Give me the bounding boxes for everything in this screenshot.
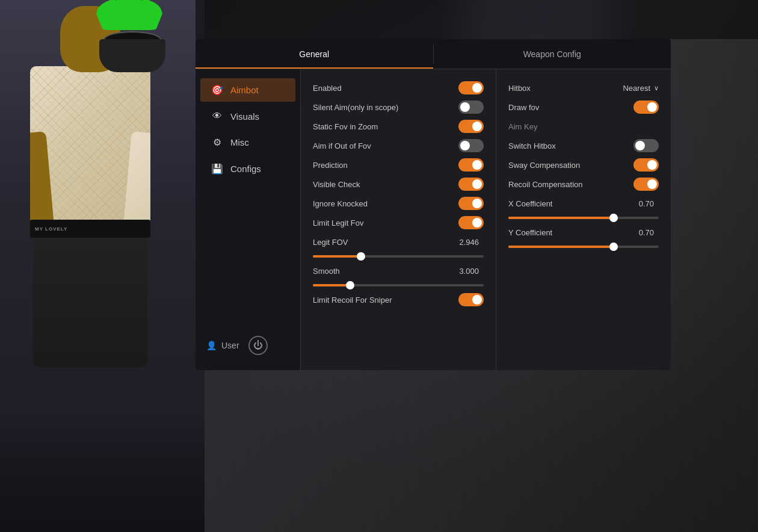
legit-fov-slider-track[interactable]	[313, 255, 484, 258]
user-icon: 👤	[206, 341, 217, 350]
x-coefficient-slider-container	[508, 213, 659, 223]
setting-visible-check-label: Visible Check	[313, 180, 360, 189]
legit-fov-slider-fill	[313, 255, 361, 258]
setting-silent-aim-label: Silent Aim(only in scope)	[313, 103, 398, 112]
sidebar: 🎯 Aimbot 👁 Visuals ⚙ Misc 💾 Configs	[196, 69, 301, 370]
setting-draw-fov: Draw fov	[508, 97, 659, 117]
setting-hitbox-label: Hitbox	[508, 84, 531, 93]
setting-prediction-label: Prediction	[313, 161, 348, 170]
tab-general[interactable]: General	[196, 39, 433, 69]
smooth-slider-track[interactable]	[313, 284, 484, 286]
toggle-draw-fov[interactable]	[633, 101, 659, 114]
setting-switch-hitbox: Switch Hitbox	[508, 136, 659, 155]
setting-hitbox: Hitbox Nearest ∨	[508, 78, 659, 97]
right-panel: Enabled Silent Aim(only in scope) Static…	[301, 69, 671, 370]
toggle-static-fov[interactable]	[458, 120, 484, 133]
setting-limit-recoil-sniper-label: Limit Recoil For Sniper	[313, 295, 392, 305]
hitbox-dropdown-arrow: ∨	[654, 84, 659, 92]
setting-visible-check: Visible Check	[313, 175, 484, 194]
setting-legit-fov-value: 2.946	[459, 238, 479, 247]
setting-aim-out-fov: Aim if Out of Fov	[313, 136, 484, 155]
y-coefficient-slider-thumb[interactable]	[609, 243, 618, 251]
hitbox-dropdown[interactable]: Nearest ∨	[623, 84, 659, 93]
toggle-prediction-knob	[472, 160, 482, 170]
toggle-limit-recoil-sniper[interactable]	[458, 293, 484, 306]
toggle-limit-recoil-sniper-knob	[472, 295, 482, 305]
user-label: User	[221, 341, 239, 350]
sidebar-item-configs[interactable]: 💾 Configs	[200, 157, 295, 181]
character-area: MY LOVELY	[0, 0, 205, 532]
setting-recoil-compensation-label: Recoil Compensation	[508, 180, 583, 189]
char-pants	[33, 235, 147, 367]
sidebar-item-misc[interactable]: ⚙ Misc	[200, 131, 295, 154]
sidebar-item-visuals[interactable]: 👁 Visuals	[200, 105, 295, 128]
setting-aim-key-label: Aim Key	[508, 122, 537, 131]
toggle-ignore-knocked[interactable]	[458, 197, 484, 210]
char-belt: MY LOVELY	[30, 220, 150, 238]
setting-switch-hitbox-label: Switch Hitbox	[508, 141, 556, 150]
toggle-visible-check[interactable]	[458, 178, 484, 191]
power-button[interactable]: ⏻	[248, 336, 268, 355]
toggle-switch-hitbox-knob	[635, 141, 645, 150]
setting-sway-compensation: Sway Compensation	[508, 155, 659, 175]
settings-left-panel: Enabled Silent Aim(only in scope) Static…	[301, 69, 496, 370]
setting-enabled-label: Enabled	[313, 84, 342, 93]
toggle-recoil-compensation-knob	[647, 179, 657, 189]
legit-fov-slider-thumb[interactable]	[357, 252, 365, 261]
main-panel: General Weapon Config 🎯 Aimbot 👁 Visuals…	[196, 39, 671, 370]
setting-draw-fov-label: Draw fov	[508, 103, 539, 112]
user-section[interactable]: 👤 User	[206, 341, 239, 350]
top-bar-glow	[436, 0, 638, 39]
content-area: 🎯 Aimbot 👁 Visuals ⚙ Misc 💾 Configs	[196, 69, 671, 370]
x-coefficient-slider-track[interactable]	[508, 217, 659, 219]
setting-y-coefficient-value: 0.70	[639, 228, 654, 237]
power-icon: ⏻	[253, 340, 263, 351]
char-head	[60, 6, 120, 72]
sidebar-item-aimbot-label: Aimbot	[230, 85, 259, 95]
settings-right-panel: Hitbox Nearest ∨ Draw fov Aim Key	[496, 69, 671, 370]
smooth-slider-fill	[313, 284, 350, 286]
y-coefficient-slider-track[interactable]	[508, 246, 659, 248]
sidebar-items: 🎯 Aimbot 👁 Visuals ⚙ Misc 💾 Configs	[196, 78, 300, 181]
toggle-sway-compensation-knob	[647, 160, 657, 170]
setting-smooth-value: 3.000	[459, 267, 479, 276]
setting-enabled: Enabled	[313, 78, 484, 97]
visuals-icon: 👁	[211, 111, 223, 122]
setting-legit-fov-label: Legit FOV	[313, 238, 348, 247]
toggle-ignore-knocked-knob	[472, 199, 482, 208]
setting-limit-legit-fov-label: Limit Legit Fov	[313, 218, 364, 227]
tab-weapon-config[interactable]: Weapon Config	[434, 39, 671, 69]
setting-x-coefficient: X Coefficient 0.70	[508, 194, 659, 213]
setting-limit-recoil-sniper: Limit Recoil For Sniper	[313, 290, 484, 309]
setting-ignore-knocked-label: Ignore Knocked	[313, 199, 368, 208]
char-body	[30, 66, 150, 235]
toggle-prediction[interactable]	[458, 158, 484, 172]
setting-prediction: Prediction	[313, 155, 484, 175]
char-mask	[99, 39, 165, 72]
setting-y-coefficient-label: Y Coefficient	[508, 228, 552, 237]
tab-general-label: General	[299, 49, 329, 59]
setting-smooth-label: Smooth	[313, 267, 340, 276]
toggle-static-fov-knob	[472, 122, 482, 131]
sidebar-item-aimbot[interactable]: 🎯 Aimbot	[200, 78, 295, 102]
smooth-slider-container	[313, 280, 484, 290]
toggle-enabled[interactable]	[458, 81, 484, 94]
toggle-silent-aim-knob	[460, 102, 470, 112]
toggle-sway-compensation[interactable]	[633, 158, 659, 172]
tab-weapon-config-label: Weapon Config	[523, 49, 581, 59]
y-coefficient-slider-fill	[508, 246, 614, 248]
setting-silent-aim: Silent Aim(only in scope)	[313, 97, 484, 117]
sidebar-item-configs-label: Configs	[230, 164, 261, 174]
toggle-aim-out-fov[interactable]	[458, 139, 484, 152]
setting-aim-out-fov-label: Aim if Out of Fov	[313, 141, 371, 150]
toggle-limit-legit-fov[interactable]	[458, 216, 484, 229]
setting-static-fov-label: Static Fov in Zoom	[313, 122, 378, 131]
toggle-enabled-knob	[472, 83, 482, 93]
smooth-slider-thumb[interactable]	[346, 281, 354, 289]
toggle-silent-aim[interactable]	[458, 101, 484, 114]
toggle-recoil-compensation[interactable]	[633, 178, 659, 191]
toggle-switch-hitbox[interactable]	[633, 139, 659, 152]
hitbox-value: Nearest	[623, 84, 650, 93]
x-coefficient-slider-thumb[interactable]	[609, 214, 618, 222]
char-hair	[96, 0, 162, 30]
